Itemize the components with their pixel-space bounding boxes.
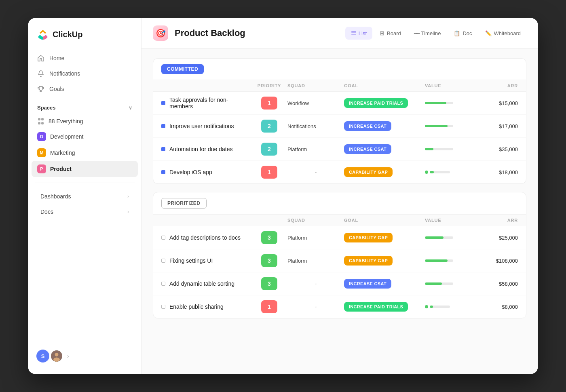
everything-icon [37, 118, 44, 125]
docs-chevron-icon: › [127, 209, 129, 215]
table-row: Add dynamic table sorting 3 - INCREASE C… [153, 272, 526, 295]
sidebar-item-docs[interactable]: Docs › [32, 204, 138, 219]
goal-badge-green: INCREASE PAID TRIALS [344, 302, 408, 312]
table-row: Develop iOS app 1 - CAPABILITY GAP [153, 161, 526, 183]
priority-badge-1: 1 [261, 97, 277, 110]
value-bar-track [425, 102, 453, 104]
task-name: Add tag descriptions to docs [161, 234, 251, 241]
col-header-arr-p: ARR [477, 218, 518, 223]
priority-badge-2: 2 [261, 120, 277, 133]
table-row: Add tag descriptions to docs 3 Platform … [153, 226, 526, 249]
squad-cell: Workflow [287, 100, 344, 106]
priority-badge-3: 3 [261, 231, 277, 244]
task-name: Improve user notifications [161, 123, 251, 129]
priority-badge-3: 3 [261, 277, 277, 290]
sidebar-item-marketing[interactable]: M Marketing [32, 145, 138, 161]
timeline-icon: ━━ [414, 30, 419, 36]
sidebar-item-goals[interactable]: Goals [32, 81, 138, 97]
committed-col-headers: PRIORITY SQUAD GOAL VALUE ARR [153, 80, 526, 92]
task-dot-blue [161, 170, 165, 174]
sidebar-item-home[interactable]: Home [32, 51, 138, 66]
board-icon: ⊞ [380, 30, 384, 36]
value-bar-fill [430, 306, 433, 308]
main-content: 🎯 Product Backlog ☰ List ⊞ Board ━━ Time… [142, 18, 538, 374]
priority-badge-1: 1 [261, 166, 277, 179]
squad-cell: - [287, 303, 344, 310]
value-bar [425, 102, 477, 104]
clickup-logo-icon [36, 28, 49, 41]
col-header-priority: PRIORITY [251, 83, 287, 88]
value-bar [425, 148, 477, 150]
priority-badge-2: 2 [261, 143, 277, 156]
value-bar-track [425, 282, 453, 285]
task-dot-gray [161, 282, 165, 286]
arr-cell: $35,000 [477, 146, 518, 152]
marketing-avatar: M [37, 148, 46, 157]
squad-cell: Notifications [287, 123, 344, 129]
task-dot-blue [161, 101, 165, 105]
main-header: 🎯 Product Backlog ☰ List ⊞ Board ━━ Time… [142, 18, 538, 48]
col-header-squad-p: SQUAD [287, 218, 344, 223]
sidebar-item-product[interactable]: P Product [32, 161, 138, 177]
sidebar-item-notifications[interactable]: Notifications [32, 66, 138, 81]
sidebar-item-development[interactable]: D Development [32, 129, 138, 145]
value-bar-fill [425, 282, 442, 285]
value-bar [425, 259, 477, 262]
value-dot [425, 305, 428, 308]
tab-board[interactable]: ⊞ Board [374, 27, 407, 39]
squad-cell: Platform [287, 235, 344, 241]
sidebar-item-everything[interactable]: Workflow88 Everything [32, 114, 138, 129]
col-header-goal-p: GOAL [344, 218, 425, 223]
value-bar-fill [425, 259, 448, 262]
logo: ClickUp [28, 28, 141, 51]
value-bar-fill [430, 171, 434, 173]
goal-badge-blue: INCREASE CSAT [344, 144, 391, 154]
page-title: Product Backlog [175, 28, 339, 38]
col-header-value-p: VALUE [425, 218, 477, 223]
task-dot-gray [161, 305, 165, 309]
squad-cell: - [287, 280, 344, 287]
svg-point-1 [55, 353, 59, 356]
value-bar-track [430, 171, 450, 173]
user-avatar-s: S [36, 350, 49, 362]
committed-section: COMMITTED PRIORITY SQUAD GOAL VALUE ARR … [153, 58, 526, 184]
col-header-task [161, 83, 251, 88]
goal-badge-blue: INCREASE CSAT [344, 279, 391, 289]
prioritized-col-headers: SQUAD GOAL VALUE ARR [153, 215, 526, 226]
table-row: Enable public sharing 1 - INCREASE PAID … [153, 295, 526, 318]
trophy-icon [37, 85, 44, 93]
value-dot [425, 171, 428, 174]
prioritized-title-row: PRIORITIZED [153, 192, 526, 215]
table-row: Improve user notifications 2 Notificatio… [153, 115, 526, 138]
spaces-chevron-icon[interactable]: ∨ [129, 105, 132, 111]
tab-doc[interactable]: 📋 Doc [448, 27, 477, 39]
task-name: Automation for due dates [161, 146, 251, 152]
col-header-squad: SQUAD [287, 83, 344, 88]
development-avatar: D [37, 132, 46, 141]
svg-point-2 [53, 358, 60, 362]
table-row: Task approvals for non-members 1 Workflo… [153, 92, 526, 115]
tab-list[interactable]: ☰ List [345, 27, 372, 40]
list-icon: ☰ [351, 30, 356, 37]
committed-badge: COMMITTED [161, 64, 204, 74]
value-bar-track [425, 148, 453, 150]
user-menu-caret[interactable]: › [67, 353, 69, 359]
value-bar-track [425, 236, 453, 239]
goal-badge-yellow: CAPABILITY GAP [344, 233, 393, 242]
tab-whiteboard[interactable]: ✏️ Whiteboard [479, 27, 526, 39]
arr-cell: $15,000 [477, 100, 518, 106]
arr-cell: $108,000 [477, 258, 518, 264]
arr-cell: $18,000 [477, 169, 518, 175]
task-name: Task approvals for non-members [161, 97, 251, 110]
value-bar-fill [425, 102, 446, 104]
whiteboard-icon: ✏️ [485, 30, 492, 36]
table-row: Fixing settings UI 3 Platform CAPABILITY… [153, 249, 526, 272]
squad-cell: Platform [287, 258, 344, 264]
priority-badge-3: 3 [261, 254, 277, 267]
user-avatar-photo [50, 350, 63, 362]
value-bar [425, 305, 477, 308]
tab-timeline[interactable]: ━━ Timeline [408, 27, 447, 39]
value-bar-track [425, 125, 453, 127]
page-icon: 🎯 [153, 25, 168, 41]
sidebar-item-dashboards[interactable]: Dashboards › [32, 189, 138, 204]
